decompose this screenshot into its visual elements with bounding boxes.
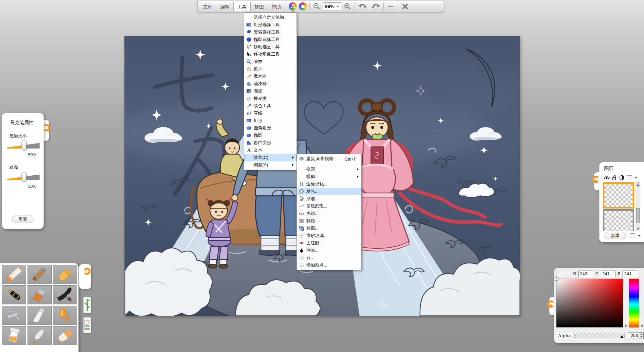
menu-item-9[interactable]: 魔术棒 [244,73,297,80]
slider-thumb[interactable] [21,140,26,151]
minimize-button[interactable] [385,2,396,11]
brush-flat-brush[interactable] [28,285,52,304]
menu-item-11[interactable]: 渐变 [244,87,297,95]
layer-visibility-button[interactable] [603,175,610,180]
hue-bar[interactable] [629,279,639,328]
menu-item-9[interactable]: 尖锐... [297,210,361,217]
menu-item-7[interactable]: 缩放 [244,58,297,65]
chevron-down-icon[interactable] [635,177,637,179]
brush-airbrush[interactable] [2,306,26,325]
scroll-down-button[interactable] [636,227,640,231]
menu-button-4[interactable]: 视图 [251,2,268,11]
menu-item-7[interactable]: 浮雕... [297,195,361,202]
menu-item-16[interactable]: 增加杂点... [297,261,361,269]
scrollbar-thumb[interactable] [636,208,640,223]
menu-item-17[interactable]: 椭圆 [244,132,297,139]
menu-item-4[interactable]: 椭圆选择工具 [244,36,297,43]
menu-item-15[interactable]: 矩形 [244,117,297,124]
menu-button-1[interactable]: 文件 [199,2,216,11]
chevron-down-icon[interactable] [638,235,641,237]
reset-button[interactable]: 重置 [12,216,34,223]
layer-menu-button[interactable] [630,233,635,238]
brush-crayon[interactable] [53,265,77,284]
menu-item-15[interactable]: 云... [297,254,361,261]
redo-button[interactable] [371,2,382,11]
menu-item-6[interactable]: 发光... [297,188,361,195]
dilution-slider[interactable] [7,173,40,181]
layer-options-button[interactable] [627,175,632,180]
brush-fountain-pen[interactable] [2,285,26,304]
blue-input[interactable]: 241 [623,271,637,277]
color-picker-panel: R: 243 G: 241 B: 241 Alpha 253 [554,268,644,343]
menu-button-2[interactable]: 编辑 [216,2,233,11]
menu-item-label: 颗粒... [306,218,319,224]
menu-button-5[interactable]: 帮助 [268,2,285,11]
layer-thumbnail[interactable] [603,209,634,231]
menu-item-19[interactable]: A文本 [244,146,297,154]
brush-paint-roller[interactable] [53,306,77,325]
menu-item-10[interactable]: 颗粒... [297,217,361,225]
alpha-slider[interactable] [574,333,625,338]
brush-palette-handle[interactable] [79,264,91,289]
menu-item-18[interactable]: 自由变形 [244,139,297,146]
menu-item-8[interactable]: 基底凸现... [297,202,361,210]
bamboo-brushes-button[interactable] [83,297,91,313]
slider-thumb[interactable] [21,172,26,182]
menu-item-6[interactable]: 移动图像工具 [244,51,297,58]
brush-round-brush[interactable] [53,285,77,304]
chevron-down-icon [336,6,339,7]
menu-item-13[interactable]: 去红眼... [297,239,361,247]
brush-ink-bottle[interactable] [2,326,26,345]
alpha-value[interactable]: 253 [628,332,639,339]
gallery-button[interactable] [298,2,308,11]
zoom-out-button[interactable] [311,2,322,11]
layer-scrollbar[interactable] [636,182,640,231]
alpha-slider-marker[interactable] [620,335,624,338]
menu-item-11[interactable]: 轮廓... [297,225,361,232]
brush-eraser[interactable] [53,326,77,345]
menu-item-3[interactable]: 套索选择工具 [244,28,297,36]
layer-lock-button[interactable] [612,175,617,180]
menu-item-12[interactable]: 磨砂玻璃... [297,232,361,239]
paint-roller-icon [56,307,74,324]
green-input[interactable]: 241 [601,271,615,277]
menu-item-4[interactable]: 模糊 [297,173,361,180]
color-position-marker[interactable] [555,277,558,281]
scroll-up-button[interactable] [636,183,640,187]
brush-palette-knife[interactable] [28,306,52,325]
menu-item-1[interactable]: 重复 高斯模糊Ctrl+F [297,155,361,163]
red-input[interactable]: 243 [578,271,593,277]
brush-size-slider[interactable] [7,141,40,150]
menu-button-3[interactable]: 工具 [233,2,251,11]
menu-item-3[interactable]: 变形 [297,166,361,173]
menu-item-13[interactable]: 取色工具 [244,102,297,110]
menu-item-1[interactable]: 选择自定义笔触 [244,14,297,21]
menu-item-14[interactable]: 油漆... [297,247,361,254]
brush-pencil[interactable] [2,265,26,284]
menu-item-8[interactable]: 抓手 [244,65,297,73]
close-button[interactable] [399,2,411,11]
texture-picker-button[interactable] [83,317,91,333]
menu-item-2[interactable]: 矩形选择工具 [244,21,297,28]
hue-marker-right[interactable] [640,324,643,328]
alpha-spinner[interactable] [639,332,644,339]
menu-item-10[interactable]: 油漆桶 [244,80,297,87]
undo-button[interactable] [356,2,368,11]
zoom-level-select[interactable]: 99% [323,2,341,10]
layer-blend-button[interactable] [619,175,625,180]
community-button[interactable] [288,2,298,11]
brush-wood-marker[interactable] [28,265,52,284]
menu-item-5[interactable]: 边缘强化... [297,180,361,188]
new-layer-button[interactable]: 新建 [604,232,626,239]
menu-item-16[interactable]: 圆角矩形 [244,124,297,132]
brush-blade-pen[interactable] [28,326,52,345]
menu-item-5[interactable]: 移动选区工具 [244,43,297,51]
layer-thumbnail-selected[interactable] [603,182,634,209]
menu-item-14[interactable]: 直线 [244,110,297,117]
menu-item-12[interactable]: 橡皮擦 [244,95,297,102]
hue-marker-left[interactable] [625,324,628,328]
menu-item-20[interactable]: 效果(C) [244,154,297,161]
saturation-value-field[interactable] [556,279,623,328]
zoom-in-button[interactable] [342,2,353,11]
menu-item-21[interactable]: 调整(A) [244,161,297,169]
